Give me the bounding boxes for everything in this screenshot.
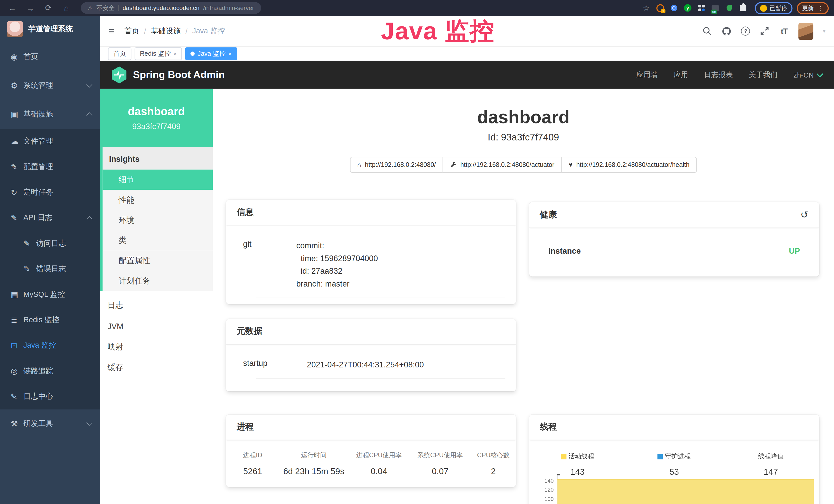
sidebar-item-config-manage[interactable]: ✎ 配置管理 — [0, 154, 100, 180]
reload-icon[interactable]: ⟳ — [42, 3, 56, 13]
sidebar-item-log-center[interactable]: ✎ 日志中心 — [0, 384, 100, 409]
process-col-cores: CPU核心数 — [471, 451, 516, 460]
log-icon: ✎ — [10, 213, 23, 223]
sba-item-jvm[interactable]: JVM — [100, 316, 213, 337]
sba-item-metrics[interactable]: 性能 — [103, 190, 213, 210]
ext-yoast-icon[interactable]: y — [683, 4, 692, 12]
sidebar-item-file-manage[interactable]: ☁ 文件管理 — [0, 129, 100, 154]
row-underline — [256, 298, 505, 298]
breadcrumb-current: Java 监控 — [192, 26, 225, 36]
sidebar-item-scheduled-jobs[interactable]: ↻ 定时任务 — [0, 180, 100, 205]
live-threads-area-series — [557, 479, 814, 504]
browser-menu-dots-icon[interactable]: ⋮ — [817, 5, 824, 12]
breadcrumb-separator: / — [144, 27, 146, 36]
sba-item-scheduled-tasks[interactable]: 计划任务 — [103, 271, 213, 291]
header-actions: ? tT ▾ — [702, 23, 825, 40]
actuator-url-button[interactable]: http://192.168.0.2:48080/actuator — [443, 157, 562, 173]
process-card: 进程 进程ID 运行时间 进程CPU使用率 系统CPU使用率 CPU核心数 52… — [226, 415, 516, 487]
sidebar-item-devtools[interactable]: ⚒ 研发工具 — [0, 410, 100, 438]
tab-home[interactable]: 首页 — [108, 47, 131, 60]
close-icon[interactable]: × — [228, 51, 232, 57]
url-host: dashboard.yudao.iocoder.cn — [123, 5, 199, 11]
github-icon[interactable] — [722, 26, 731, 36]
sba-item-caches[interactable]: 缓存 — [100, 358, 213, 378]
endpoint-buttons: ⌂ http://192.168.0.2:48080/ http://192.1… — [213, 157, 834, 173]
home-icon: ⌂ — [357, 161, 361, 168]
sba-item-classes[interactable]: 类 — [103, 230, 213, 251]
sba-nav-journal[interactable]: 日志报表 — [704, 70, 733, 79]
address-bar[interactable]: ⚠ 不安全 dashboard.yudao.iocoder.cn/infra/a… — [81, 2, 261, 14]
breadcrumb: 首页 / 基础设施 / Java 监控 — [124, 26, 225, 36]
help-icon[interactable]: ? — [741, 26, 750, 36]
ext-grid-icon[interactable] — [697, 4, 706, 12]
yellow-legend-square — [561, 454, 566, 459]
back-icon[interactable]: ← — [5, 3, 19, 12]
eye-icon: ◎ — [10, 366, 23, 376]
paused-button[interactable]: 已暂停 — [755, 2, 792, 14]
chart-y-axis: 140 120 100 — [539, 474, 557, 504]
sidebar-item-java-monitor[interactable]: ⊡ Java 监控 — [0, 333, 100, 358]
metadata-row-value: 2021-04-27T00:44:31.254+08:00 — [307, 359, 424, 371]
ext-pin-icon[interactable] — [670, 4, 678, 12]
browser-home-icon[interactable]: ⌂ — [60, 3, 73, 12]
legend-live-threads: 活动线程 143 — [529, 452, 626, 477]
avatar-caret-icon[interactable]: ▾ — [823, 28, 825, 34]
user-avatar[interactable] — [798, 23, 813, 40]
history-icon[interactable]: ↺ — [800, 209, 808, 221]
breadcrumb-infra[interactable]: 基础设施 — [151, 26, 180, 36]
sidebar-item-home[interactable]: ◉ 首页 — [0, 43, 100, 71]
sidebar-item-system[interactable]: ⚙ 系统管理 — [0, 71, 100, 100]
sidebar-item-infra[interactable]: ▣ 基础设施 — [0, 100, 100, 129]
forward-icon[interactable]: → — [23, 3, 37, 12]
address-divider — [118, 5, 119, 11]
tab-redis-monitor[interactable]: Redis 监控 × — [135, 47, 182, 60]
cloud-upload-icon: ☁ — [10, 137, 23, 146]
sidebar-gap — [100, 291, 213, 295]
search-icon[interactable] — [702, 26, 712, 36]
sba-item-config-props[interactable]: 配置属性 — [103, 250, 213, 271]
info-row-value: commit: time: 1596289704000 id: 27aa832 … — [296, 239, 378, 290]
instance-header[interactable]: dashboard 93a3fc7f7409 — [100, 89, 213, 147]
process-val-uptime: 6d 23h 15m 59s — [279, 467, 348, 476]
font-size-icon[interactable]: tT — [779, 26, 789, 36]
sba-nav-applications[interactable]: 应用 — [674, 70, 688, 79]
sba-item-details[interactable]: 细节 — [103, 170, 213, 190]
hamburger-icon[interactable]: ≡ — [108, 25, 114, 37]
sba-brand[interactable]: Spring Boot Admin — [112, 67, 225, 84]
tab-java-monitor[interactable]: Java 监控 × — [185, 47, 237, 60]
sba-item-loggers[interactable]: 日志 — [100, 295, 213, 316]
sba-nav-about[interactable]: 关于我们 — [749, 70, 777, 79]
screen-icon: ⊡ — [10, 341, 23, 350]
sidebar-item-access-logs[interactable]: ✎ 访问日志 — [0, 231, 100, 256]
chart-axis-corner — [557, 474, 560, 475]
fullscreen-icon[interactable] — [760, 26, 770, 36]
app-logo-row[interactable]: 芋道管理系统 — [0, 16, 100, 43]
url-path: /infra/admin-server — [203, 5, 254, 11]
tab-bar: 首页 Redis 监控 × Java 监控 × — [100, 47, 834, 61]
bookmark-star-icon[interactable]: ☆ — [643, 4, 649, 12]
close-icon[interactable]: × — [173, 51, 177, 57]
update-button[interactable]: 更新 ⋮ — [797, 2, 829, 14]
sba-nav-wallboard[interactable]: 应用墙 — [636, 70, 658, 79]
sidebar-item-api-logs[interactable]: ✎ API 日志 — [0, 205, 100, 231]
sidebar-item-redis-monitor[interactable]: ≣ Redis 监控 — [0, 307, 100, 333]
sidebar-item-mysql-monitor[interactable]: ▦ MySQL 监控 — [0, 282, 100, 307]
sba-sidebar: dashboard 93a3fc7f7409 Insights 细节 性能 环境… — [100, 89, 213, 504]
insights-group-label: Insights — [103, 147, 213, 170]
metadata-startup-row: startup 2021-04-27T00:44:31.254+08:00 — [226, 345, 516, 371]
ext-on-switch-icon[interactable]: on — [711, 4, 720, 12]
sba-language-select[interactable]: zh-CN — [793, 71, 822, 79]
ext-puzzle-icon[interactable] — [739, 4, 747, 12]
y-tick-120: 120 — [544, 486, 553, 493]
toolbox-icon: ⚒ — [10, 419, 23, 429]
blue-legend-square — [658, 454, 663, 459]
ext-orange-c-icon[interactable]: 1 — [656, 4, 664, 12]
sidebar-item-tracing[interactable]: ◎ 链路追踪 — [0, 359, 100, 384]
ext-leaf-icon[interactable] — [725, 4, 733, 12]
sba-item-mappings[interactable]: 映射 — [100, 337, 213, 358]
sba-item-environment[interactable]: 环境 — [103, 210, 213, 230]
sidebar-item-error-logs[interactable]: ✎ 错误日志 — [0, 256, 100, 282]
service-url-button[interactable]: ⌂ http://192.168.0.2:48080/ — [350, 157, 443, 173]
breadcrumb-home[interactable]: 首页 — [124, 26, 139, 36]
health-url-button[interactable]: ♥ http://192.168.0.2:48080/actuator/heal… — [561, 157, 697, 173]
